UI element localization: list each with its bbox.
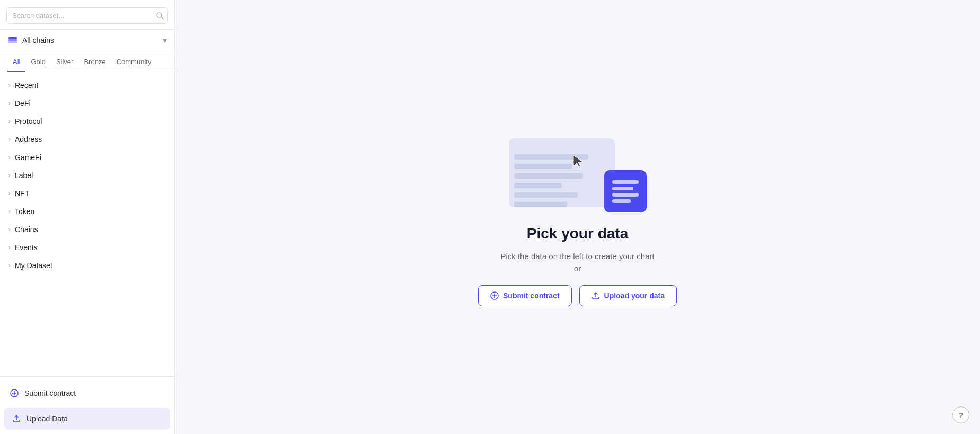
tab-gold[interactable]: Gold bbox=[25, 51, 50, 72]
ill-blue-line-4 bbox=[612, 199, 631, 203]
chevron-right-icon: › bbox=[8, 118, 11, 125]
nav-item-token[interactable]: › Token bbox=[0, 202, 174, 220]
sidebar-bottom: Submit contract Upload Data bbox=[0, 376, 174, 434]
search-input[interactable] bbox=[6, 7, 168, 24]
ill-blue-card bbox=[604, 170, 647, 212]
search-icon bbox=[156, 12, 164, 20]
ill-blue-line-1 bbox=[612, 180, 639, 184]
help-button[interactable]: ? bbox=[952, 406, 969, 423]
submit-contract-action[interactable]: Submit contract bbox=[0, 381, 174, 405]
chevron-right-icon: › bbox=[8, 100, 11, 107]
chevron-right-icon: › bbox=[8, 226, 11, 233]
nav-item-label: Chains bbox=[15, 225, 38, 234]
submit-contract-label: Submit contract bbox=[24, 389, 76, 397]
ill-line-4 bbox=[514, 183, 562, 188]
nav-item-label: NFT bbox=[15, 189, 29, 198]
svg-rect-4 bbox=[8, 37, 17, 39]
chevron-right-icon: › bbox=[8, 136, 11, 143]
chevron-right-icon: › bbox=[8, 208, 11, 215]
nav-item-label: Protocol bbox=[15, 117, 42, 126]
upload-icon bbox=[12, 414, 21, 423]
upload-data-button-label: Upload your data bbox=[604, 291, 665, 300]
ill-blue-line-2 bbox=[612, 187, 633, 190]
ill-blue-card-lines bbox=[608, 176, 643, 207]
upload-data-action[interactable]: Upload Data bbox=[4, 408, 170, 430]
svg-line-1 bbox=[161, 17, 163, 19]
layers-icon bbox=[7, 35, 18, 46]
chevron-right-icon: › bbox=[8, 172, 11, 179]
chevron-right-icon: › bbox=[8, 190, 11, 197]
nav-item-label: Label bbox=[15, 171, 33, 180]
nav-item-label: GameFi bbox=[15, 153, 41, 162]
svg-rect-3 bbox=[8, 39, 17, 41]
nav-item-recent[interactable]: › Recent bbox=[0, 76, 174, 94]
nav-item-defi[interactable]: › DeFi bbox=[0, 94, 174, 112]
tab-bronze[interactable]: Bronze bbox=[78, 51, 111, 72]
nav-item-label: DeFi bbox=[15, 99, 31, 108]
tab-silver[interactable]: Silver bbox=[51, 51, 79, 72]
nav-item-my-dataset[interactable]: › My Dataset bbox=[0, 256, 174, 274]
ill-line-2 bbox=[514, 164, 572, 169]
nav-item-address[interactable]: › Address bbox=[0, 130, 174, 148]
pick-subtitle-line1: Pick the data on the left to create your… bbox=[500, 252, 654, 261]
chain-selector[interactable]: All chains ▾ bbox=[0, 30, 174, 51]
sidebar: All chains ▾ All Gold Silver Bronze Comm… bbox=[0, 0, 175, 434]
search-bar bbox=[0, 0, 174, 30]
upload-data-button[interactable]: Upload your data bbox=[579, 285, 677, 306]
svg-rect-2 bbox=[8, 41, 17, 43]
tab-community[interactable]: Community bbox=[111, 51, 157, 72]
pick-subtitle-line2: or bbox=[574, 264, 581, 273]
plus-circle-icon bbox=[490, 291, 499, 300]
ill-blue-line-3 bbox=[612, 193, 639, 197]
chevron-right-icon: › bbox=[8, 82, 11, 89]
chain-selector-label: All chains bbox=[22, 36, 158, 45]
ill-line-5 bbox=[514, 192, 578, 198]
chevron-right-icon: › bbox=[8, 154, 11, 161]
nav-item-label: My Dataset bbox=[15, 261, 52, 270]
tabs-bar: All Gold Silver Bronze Community bbox=[0, 51, 174, 72]
submit-contract-button-label: Submit contract bbox=[503, 291, 560, 300]
tab-all[interactable]: All bbox=[7, 51, 25, 72]
ill-background-card bbox=[509, 138, 615, 207]
nav-item-protocol[interactable]: › Protocol bbox=[0, 112, 174, 130]
nav-item-label: Recent bbox=[15, 81, 38, 90]
chevron-right-icon: › bbox=[8, 262, 11, 269]
nav-list: › Recent › DeFi › Protocol › Address › G… bbox=[0, 72, 174, 376]
ill-line-3 bbox=[514, 173, 583, 179]
cursor-icon bbox=[572, 154, 585, 169]
nav-item-label: Events bbox=[15, 243, 38, 252]
nav-item-nft[interactable]: › NFT bbox=[0, 184, 174, 202]
upload-icon bbox=[591, 291, 600, 300]
nav-item-chains[interactable]: › Chains bbox=[0, 220, 174, 238]
search-wrapper bbox=[6, 7, 168, 24]
nav-item-gamefi[interactable]: › GameFi bbox=[0, 148, 174, 166]
nav-item-label[interactable]: › Label bbox=[0, 166, 174, 184]
pick-data-subtitle: Pick the data on the left to create your… bbox=[500, 251, 654, 274]
chevron-right-icon: › bbox=[8, 244, 11, 251]
help-icon: ? bbox=[958, 411, 963, 420]
pick-data-panel: Pick your data Pick the data on the left… bbox=[478, 128, 677, 306]
upload-data-label: Upload Data bbox=[27, 414, 68, 423]
submit-contract-button[interactable]: Submit contract bbox=[478, 285, 572, 306]
main-content: Pick your data Pick the data on the left… bbox=[175, 0, 980, 434]
pick-data-title: Pick your data bbox=[527, 225, 628, 242]
search-button[interactable] bbox=[156, 12, 164, 20]
plus-circle-icon bbox=[10, 388, 19, 398]
chevron-down-icon: ▾ bbox=[163, 36, 167, 46]
pick-actions: Submit contract Upload your data bbox=[478, 285, 677, 306]
nav-item-events[interactable]: › Events bbox=[0, 238, 174, 256]
nav-item-label: Address bbox=[15, 135, 42, 144]
nav-item-label: Token bbox=[15, 207, 34, 216]
illustration bbox=[509, 128, 647, 212]
ill-line-6 bbox=[514, 202, 567, 207]
